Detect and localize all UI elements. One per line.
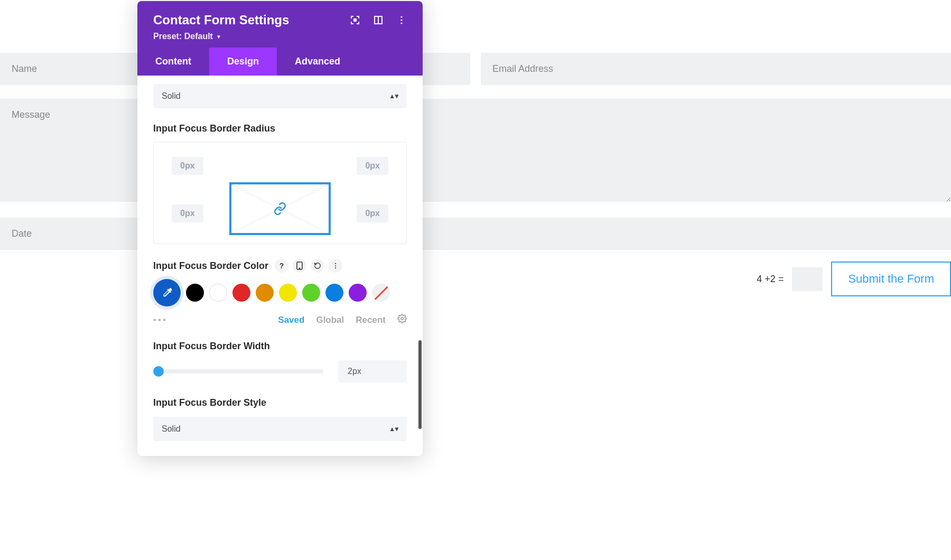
border-radius-editor: 0px 0px 0px 0px — [153, 142, 407, 244]
settings-panel: Contact Form Settings Preset: Default ▼ … — [137, 1, 423, 456]
swatch-more-icon[interactable]: ••• — [153, 315, 167, 325]
link-icon — [273, 202, 287, 216]
preset-label: Preset: Default — [153, 32, 213, 41]
color-picker-button[interactable] — [153, 279, 181, 306]
border-style-select-top[interactable]: Solid ▲▼ — [153, 84, 407, 108]
svg-point-12 — [335, 267, 336, 268]
radius-link-toggle[interactable] — [229, 182, 331, 235]
more-icon[interactable] — [396, 15, 407, 25]
swatch-white[interactable] — [209, 284, 227, 302]
swatch-blue[interactable] — [325, 284, 343, 302]
options-icon[interactable] — [329, 259, 342, 273]
tab-content[interactable]: Content — [137, 48, 209, 76]
scrollbar-thumb[interactable] — [418, 340, 422, 429]
submit-button[interactable]: Submit the Form — [831, 262, 951, 296]
swatch-toolbar: ••• Saved Global Recent — [153, 314, 407, 326]
captcha-input[interactable] — [792, 267, 823, 291]
border-style-label: Input Focus Border Style — [153, 397, 407, 408]
tab-design[interactable]: Design — [209, 48, 277, 76]
panel-tabs: Content Design Advanced — [137, 48, 423, 76]
slider-handle[interactable] — [153, 366, 164, 377]
svg-point-3 — [400, 16, 402, 17]
swatch-orange[interactable] — [256, 284, 274, 302]
svg-point-10 — [335, 263, 336, 264]
swatch-yellow[interactable] — [279, 284, 297, 302]
svg-point-13 — [401, 318, 404, 320]
swatch-black[interactable] — [186, 284, 204, 302]
radius-top-left[interactable]: 0px — [172, 157, 203, 175]
select-chevron-icon: ▲▼ — [389, 425, 398, 433]
svg-rect-0 — [354, 19, 356, 21]
radius-top-right[interactable]: 0px — [357, 157, 388, 175]
svg-point-11 — [335, 265, 336, 266]
focus-icon[interactable] — [350, 15, 360, 25]
columns-icon[interactable] — [373, 15, 384, 25]
caret-down-icon: ▼ — [216, 34, 221, 40]
border-width-slider[interactable] — [153, 369, 323, 374]
swatch-tab-global[interactable]: Global — [316, 315, 344, 325]
swatch-tab-saved[interactable]: Saved — [278, 315, 304, 325]
tab-advanced[interactable]: Advanced — [277, 48, 358, 76]
device-icon[interactable] — [293, 259, 306, 273]
swatch-none[interactable] — [372, 284, 390, 302]
captcha-label: 4 +2 = — [757, 274, 784, 285]
svg-point-9 — [299, 268, 300, 269]
swatch-red[interactable] — [232, 284, 250, 302]
swatch-purple[interactable] — [349, 284, 367, 302]
border-width-label: Input Focus Border Width — [153, 341, 407, 352]
eyedropper-icon — [161, 287, 173, 298]
svg-point-4 — [400, 19, 402, 21]
select-value: Solid — [162, 91, 181, 101]
panel-body: Solid ▲▼ Input Focus Border Radius 0px 0… — [137, 84, 423, 456]
swatch-green[interactable] — [302, 284, 320, 302]
border-radius-label: Input Focus Border Radius — [153, 123, 407, 134]
reset-icon[interactable] — [311, 259, 324, 273]
border-color-label: Input Focus Border Color ? — [153, 259, 407, 273]
help-icon[interactable]: ? — [275, 259, 288, 273]
panel-header: Contact Form Settings Preset: Default ▼ — [137, 1, 423, 48]
color-swatches — [153, 279, 407, 306]
swatch-settings-icon[interactable] — [397, 314, 407, 326]
panel-title: Contact Form Settings — [153, 13, 289, 27]
border-style-select[interactable]: Solid ▲▼ — [153, 417, 407, 441]
radius-bottom-right[interactable]: 0px — [357, 204, 388, 222]
border-width-value[interactable]: 2px — [338, 360, 407, 382]
radius-bottom-left[interactable]: 0px — [172, 204, 203, 222]
swatch-tab-recent[interactable]: Recent — [356, 315, 386, 325]
select-value: Solid — [162, 424, 181, 434]
svg-point-5 — [400, 22, 402, 24]
preset-selector[interactable]: Preset: Default ▼ — [153, 32, 221, 41]
email-input[interactable] — [481, 53, 951, 85]
border-color-label-text: Input Focus Border Color — [153, 260, 268, 272]
select-chevron-icon: ▲▼ — [389, 92, 398, 100]
